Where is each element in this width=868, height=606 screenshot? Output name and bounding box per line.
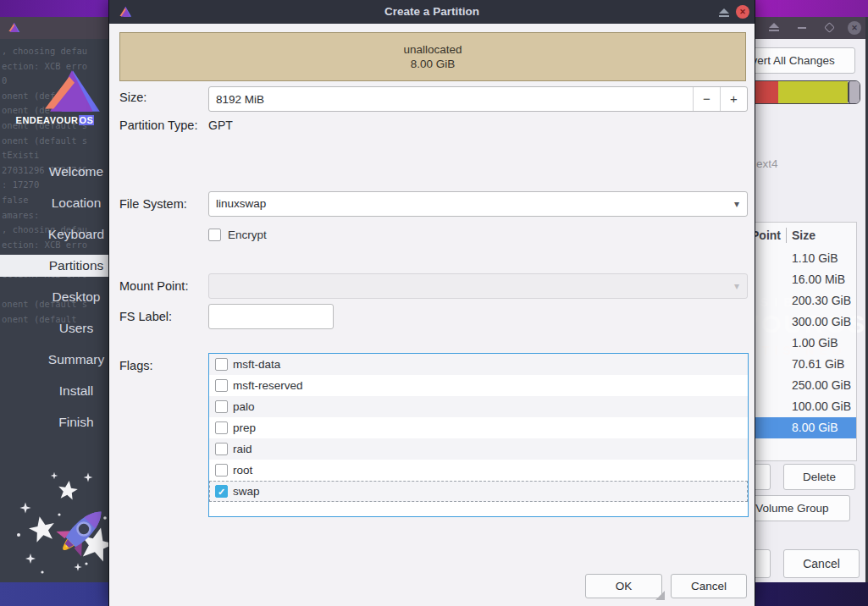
size-increment-button[interactable]: + [720, 87, 747, 111]
minimize-icon[interactable] [794, 21, 810, 35]
mount-point-label: Mount Point: [119, 279, 188, 293]
endeavouros-logo [44, 69, 105, 113]
brand-main: ENDEAVOUR [16, 115, 79, 125]
flag-checkbox[interactable] [215, 464, 228, 477]
unallocated-label: unallocated [120, 42, 745, 57]
encrypt-checkbox[interactable] [208, 229, 221, 241]
flag-row-root[interactable]: root [209, 460, 748, 481]
maximize-icon[interactable] [821, 21, 837, 35]
cancel-button[interactable]: Cancel [671, 574, 747, 598]
shade-triangle [719, 8, 729, 14]
brand-suffix: OS [79, 115, 95, 125]
partition-type-value: GPT [208, 118, 233, 132]
flag-label: msft-reserved [233, 379, 303, 392]
partition-bar-yellow-segment [778, 81, 848, 103]
close-x-glyph: ✕ [848, 21, 861, 35]
delete-button[interactable]: Delete [783, 464, 855, 490]
flag-row-palo[interactable]: palo [209, 396, 748, 417]
partition-type-label: Partition Type: [119, 118, 197, 132]
flag-row-raid[interactable]: raid [209, 438, 748, 460]
maximize-square [824, 22, 835, 33]
size-label: Size: [119, 91, 147, 104]
flag-checkbox[interactable] [215, 358, 228, 371]
ok-button[interactable]: OK [585, 574, 662, 598]
rocket-illustration [5, 464, 124, 582]
size-decrement-button[interactable]: − [693, 87, 720, 111]
flag-label: swap [233, 485, 260, 498]
encrypt-label[interactable]: Encrypt [228, 229, 267, 241]
fs-legend-ext4: ext4 [756, 157, 778, 170]
flag-label: root [233, 464, 252, 477]
chevron-down-icon: ▾ [734, 274, 739, 298]
minimize-bar [798, 27, 806, 29]
flag-row-prep[interactable]: prep [209, 417, 748, 438]
close-dialog-icon[interactable]: ✕ [736, 5, 749, 19]
flag-label: raid [233, 443, 252, 455]
flag-label: msft-data [233, 358, 280, 371]
file-system-value: linuxswap [216, 192, 266, 216]
shade-triangle [769, 23, 779, 28]
shade-window-icon[interactable] [766, 21, 782, 35]
flag-checkbox[interactable] [215, 379, 228, 392]
column-size[interactable]: Size [787, 229, 815, 242]
create-partition-dialog: Create a Partition ✕ unallocated 8.00 Gi… [108, 0, 755, 606]
brand-wordmark: ENDEAVOUROS [0, 115, 110, 125]
shade-bar [719, 15, 729, 17]
fs-label-label: FS Label: [119, 310, 172, 323]
flag-row-msft-reserved[interactable]: msft-reserved [209, 375, 748, 396]
dialog-title: Create a Partition [109, 0, 755, 24]
size-spinbox[interactable]: 8192 MiB − + [208, 86, 748, 112]
size-value[interactable]: 8192 MiB [209, 93, 693, 106]
partition-bar-handle[interactable] [848, 81, 860, 103]
endeavouros-logo-icon [8, 22, 20, 33]
unallocated-space-bar: unallocated 8.00 GiB [119, 32, 746, 81]
flags-label: Flags: [119, 359, 153, 372]
dialog-titlebar[interactable]: Create a Partition ✕ [109, 0, 755, 24]
close-window-icon[interactable]: ✕ [847, 21, 862, 35]
flags-list[interactable]: msft-data msft-reserved palo prep raid r… [208, 353, 749, 517]
unallocated-size: 8.00 GiB [120, 57, 745, 71]
flag-label: prep [233, 421, 256, 434]
flag-row-msft-data[interactable]: msft-data [209, 354, 748, 375]
mount-point-dropdown[interactable]: ▾ [208, 273, 748, 299]
file-system-dropdown[interactable]: linuxswap ▾ [208, 191, 748, 217]
flag-checkbox[interactable] [215, 400, 228, 413]
background-cancel-button[interactable]: Cancel [783, 549, 860, 578]
shade-bar [769, 30, 779, 31]
shade-window-icon[interactable] [717, 7, 731, 17]
flag-checkbox[interactable] [215, 421, 228, 434]
fs-label-input[interactable] [208, 304, 334, 329]
flag-checkbox-checked[interactable]: ✓ [215, 485, 228, 498]
file-system-label: File System: [119, 197, 187, 211]
flag-label: palo [233, 400, 255, 413]
chevron-down-icon: ▾ [734, 192, 739, 216]
flag-row-swap[interactable]: ✓ swap [209, 481, 748, 502]
flag-checkbox[interactable] [215, 443, 228, 455]
resize-grip[interactable] [655, 591, 665, 600]
desktop: ✕ , choosing defau ection: XCB erro 0 on… [0, 0, 868, 606]
